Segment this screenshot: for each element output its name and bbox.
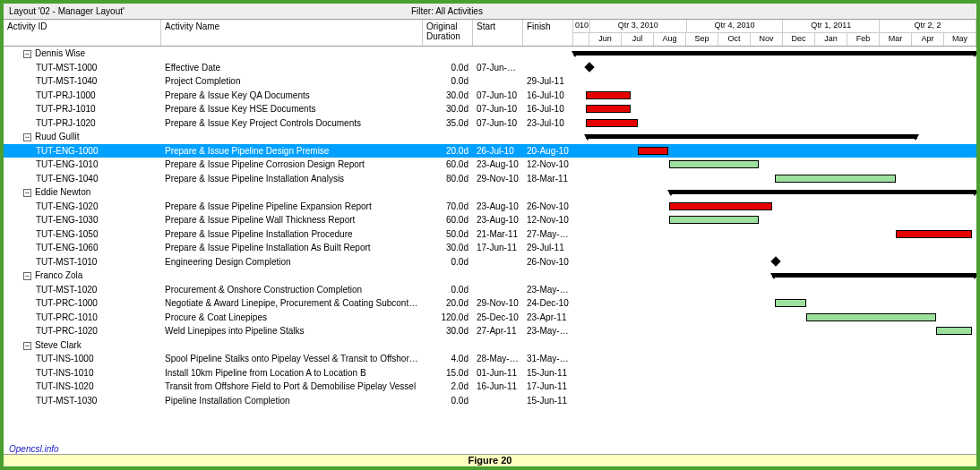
cell-finish: 18-Mar-11	[523, 174, 573, 184]
collapse-icon[interactable]: −	[23, 189, 31, 197]
column-headers: Activity ID Activity Name Original Durat…	[4, 20, 976, 47]
gantt-bar[interactable]	[669, 202, 772, 210]
activity-row[interactable]: TUT-INS-1000Spool Pipeline Stalks onto P…	[4, 352, 976, 366]
summary-bar[interactable]	[586, 134, 917, 139]
activity-row[interactable]: TUT-PRC-1000Negotiate & Award Linepipe, …	[4, 296, 976, 311]
timeline-month: Aug	[654, 33, 686, 46]
activity-row[interactable]: TUT-ENG-1030Prepare & Issue Pipeline Wal…	[4, 213, 976, 227]
activity-row[interactable]: TUT-MST-1000Effective Date0.0d07-Jun-10*	[4, 61, 976, 75]
activity-row[interactable]: TUT-MST-1030Pipeline Installation Comple…	[4, 394, 976, 408]
gantt-cell	[573, 144, 976, 158]
layout-name: Layout '02 - Manager Layout'	[9, 6, 125, 16]
activity-row[interactable]: TUT-PRJ-1000Prepare & Issue Key QA Docum…	[4, 89, 976, 103]
cell-finish: 24-Dec-10	[523, 298, 573, 308]
cell-activity-name: Effective Date	[161, 63, 423, 73]
col-header-duration[interactable]: Original Duration	[423, 20, 473, 46]
cell-activity-name: Spool Pipeline Stalks onto Pipelay Vesse…	[161, 354, 423, 363]
activity-row[interactable]: TUT-INS-1010Install 10km Pipeline from L…	[4, 366, 976, 380]
group-row[interactable]: −Dennis Wise	[4, 47, 976, 61]
col-header-start[interactable]: Start	[473, 20, 523, 46]
gantt-bar[interactable]	[586, 91, 631, 99]
collapse-icon[interactable]: −	[23, 342, 31, 350]
cell-start: 25-Dec-10	[473, 312, 523, 322]
group-row[interactable]: −Ruud Gullit	[4, 130, 976, 144]
cell-start: 07-Jun-10	[473, 104, 523, 114]
gantt-cell	[573, 102, 976, 116]
col-header-activity-id[interactable]: Activity ID	[4, 20, 161, 46]
cell-finish: 29-Jul-11	[523, 243, 573, 252]
collapse-icon[interactable]: −	[23, 50, 31, 58]
col-header-finish[interactable]: Finish	[523, 20, 573, 46]
gantt-bar[interactable]	[669, 160, 759, 168]
col-header-activity-name[interactable]: Activity Name	[161, 20, 423, 46]
gantt-bar[interactable]	[586, 105, 631, 113]
activity-row[interactable]: TUT-ENG-1040Prepare & Issue Pipeline Ins…	[4, 172, 976, 186]
activity-row[interactable]: TUT-PRJ-1020Prepare & Issue Key Project …	[4, 116, 976, 131]
cell-start: 27-Apr-11	[473, 326, 523, 336]
activity-row[interactable]: TUT-INS-1020Transit from Offshore Field …	[4, 380, 976, 394]
gantt-bar[interactable]	[806, 313, 936, 321]
activity-row[interactable]: TUT-MST-1020Procurement & Onshore Constr…	[4, 283, 976, 297]
cell-activity-id: TUT-ENG-1010	[4, 159, 161, 169]
cell-activity-id: TUT-MST-1020	[4, 285, 161, 295]
activity-row[interactable]: TUT-ENG-1050Prepare & Issue Pipeline Ins…	[4, 227, 976, 242]
activity-row[interactable]: TUT-PRJ-1010Prepare & Issue Key HSE Docu…	[4, 102, 976, 116]
group-row[interactable]: −Steve Clark	[4, 338, 976, 353]
activity-row[interactable]: TUT-PRC-1020Weld Linepipes into Pipeline…	[4, 324, 976, 338]
cell-activity-id: TUT-INS-1010	[4, 368, 161, 378]
cell-activity-id: TUT-PRC-1020	[4, 326, 161, 336]
collapse-icon[interactable]: −	[23, 133, 31, 141]
gantt-cell	[573, 213, 976, 227]
cell-finish: 26-Nov-10	[523, 257, 573, 267]
cell-activity-id: TUT-MST-1040	[4, 76, 161, 86]
gantt-cell	[573, 241, 976, 255]
gantt-cell	[573, 352, 976, 366]
gantt-bar[interactable]	[936, 327, 972, 335]
group-row[interactable]: −Franco Zola	[4, 269, 976, 283]
timeline-month: Jul	[622, 33, 654, 46]
timeline-month: Dec	[783, 33, 815, 46]
gantt-bar[interactable]	[586, 119, 638, 127]
cell-start: 26-Jul-10	[473, 146, 523, 156]
activity-row[interactable]: TUT-ENG-1000Prepare & Issue Pipeline Des…	[4, 144, 976, 158]
gantt-cell	[573, 130, 976, 144]
milestone-marker[interactable]	[770, 256, 780, 266]
gantt-cell	[573, 227, 976, 242]
activity-row[interactable]: TUT-ENG-1020Prepare & Issue Pipeline Pip…	[4, 200, 976, 214]
cell-activity-name: Install 10km Pipeline from Location A to…	[161, 368, 423, 378]
gantt-bar[interactable]	[775, 299, 806, 307]
cell-finish: 29-Jul-11	[523, 76, 573, 86]
activity-row[interactable]: TUT-PRC-1010Procure & Coat Linepipes120.…	[4, 311, 976, 325]
gantt-bar[interactable]	[775, 175, 896, 183]
cell-activity-name: Prepare & Issue Key Project Controls Doc…	[161, 118, 423, 128]
cell-activity-id: TUT-PRJ-1010	[4, 104, 161, 114]
cell-activity-id: TUT-PRC-1000	[4, 298, 161, 308]
activity-row[interactable]: TUT-ENG-1010Prepare & Issue Pipeline Cor…	[4, 158, 976, 172]
cell-duration: 4.0d	[423, 354, 473, 363]
cell-start: 16-Jun-11	[473, 381, 523, 391]
activity-row[interactable]: TUT-MST-1040Project Completion0.0d29-Jul…	[4, 74, 976, 89]
summary-bar[interactable]	[772, 273, 976, 278]
gantt-bar[interactable]	[638, 147, 668, 155]
gantt-bar[interactable]	[669, 216, 759, 224]
gantt-cell	[573, 172, 976, 186]
cell-start: 29-Nov-10	[473, 298, 523, 308]
activity-grid[interactable]: −Dennis WiseTUT-MST-1000Effective Date0.…	[4, 47, 976, 407]
cell-duration: 30.0d	[423, 243, 473, 252]
gantt-cell	[573, 200, 976, 214]
group-row[interactable]: −Eddie Newton	[4, 185, 976, 200]
summary-bar[interactable]	[669, 190, 976, 194]
gantt-bar[interactable]	[896, 230, 972, 238]
cell-finish: 27-May-11	[523, 229, 573, 239]
milestone-marker[interactable]	[584, 62, 594, 72]
cell-start: 17-Jun-11	[473, 243, 523, 252]
cell-activity-id: TUT-ENG-1030	[4, 215, 161, 225]
activity-row[interactable]: TUT-MST-1010Engineering Design Completio…	[4, 255, 976, 269]
timeline-month: Nov	[751, 33, 783, 46]
cell-activity-name: Prepare & Issue Key QA Documents	[161, 90, 423, 100]
collapse-icon[interactable]: −	[23, 272, 31, 280]
cell-finish: 15-Jun-11	[523, 368, 573, 378]
group-name: Ruud Gullit	[35, 132, 79, 141]
summary-bar[interactable]	[573, 51, 976, 56]
activity-row[interactable]: TUT-ENG-1060Prepare & Issue Pipeline Ins…	[4, 241, 976, 255]
